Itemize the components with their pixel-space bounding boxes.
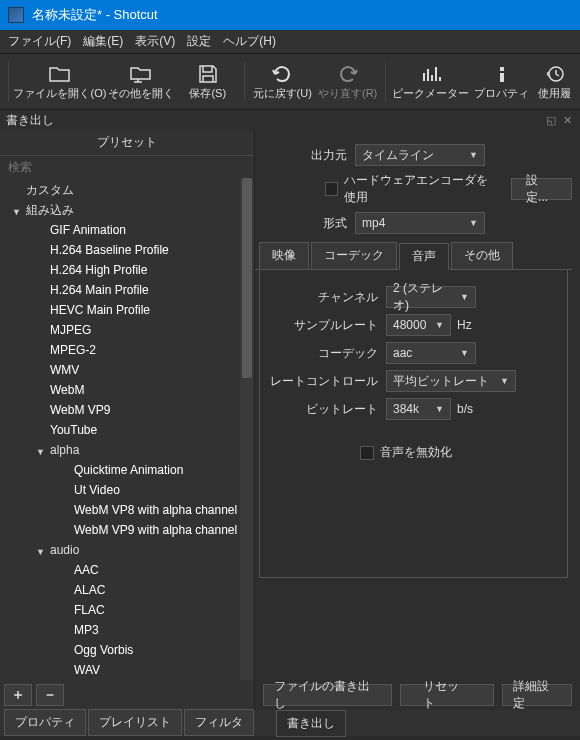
preset-tree: カスタム 組み込み GIF Animation H.264 Baseline P…: [0, 178, 254, 680]
tab-codec[interactable]: コーデック: [311, 242, 397, 269]
tree-item[interactable]: WebM VP9 with alpha channel: [0, 520, 254, 540]
tree-item[interactable]: GIF Animation: [0, 220, 254, 240]
bottom-tab-properties[interactable]: プロパティ: [4, 709, 86, 736]
tree-item[interactable]: MP3: [0, 620, 254, 640]
samplerate-select[interactable]: 48000 ▼: [386, 314, 451, 336]
panel-title: 書き出し: [6, 112, 54, 129]
preset-header: プリセット: [0, 130, 254, 156]
bottom-tab-playlist[interactable]: プレイリスト: [88, 709, 182, 736]
hw-encoder-checkbox[interactable]: [325, 182, 338, 196]
save-button[interactable]: 保存(S): [178, 57, 238, 107]
bottom-tab-filter[interactable]: フィルタ: [184, 709, 254, 736]
toolbar-divider: [244, 62, 245, 102]
export-file-button[interactable]: ファイルの書き出し: [263, 684, 392, 706]
tree-item[interactable]: WebM VP8 with alpha channel: [0, 500, 254, 520]
format-label: 形式: [255, 215, 347, 232]
ratecontrol-select[interactable]: 平均ビットレート ▼: [386, 370, 516, 392]
menu-view[interactable]: 表示(V): [135, 33, 175, 50]
tree-item[interactable]: MJPEG: [0, 320, 254, 340]
chevron-down-icon: ▼: [500, 376, 509, 386]
bitrate-label: ビットレート: [260, 401, 378, 418]
bitrate-unit: b/s: [457, 402, 473, 416]
disable-audio-checkbox[interactable]: [360, 446, 374, 460]
channel-select[interactable]: 2 (ステレオ) ▼: [386, 286, 476, 308]
tree-item[interactable]: HEVC Main Profile: [0, 300, 254, 320]
open-file-button[interactable]: ファイルを開く(O): [15, 57, 105, 107]
export-panel-header: 書き出し ◱ ✕: [0, 110, 580, 130]
advanced-button[interactable]: 詳細設定: [502, 684, 572, 706]
audio-codec-select[interactable]: aac ▼: [386, 342, 476, 364]
chevron-down-icon: ▼: [469, 218, 478, 228]
tree-item[interactable]: WebM VP9: [0, 400, 254, 420]
history-button[interactable]: 使用履: [534, 57, 576, 107]
preset-panel: プリセット カスタム 組み込み GIF Animation H.264 Base…: [0, 130, 255, 710]
ratecontrol-label: レートコントロール: [260, 373, 378, 390]
menu-help[interactable]: ヘルプ(H): [223, 33, 276, 50]
search-input[interactable]: [4, 158, 250, 176]
tree-item[interactable]: Ut Video: [0, 480, 254, 500]
reset-button[interactable]: リセット: [400, 684, 494, 706]
toolbar: ファイルを開く(O) その他を開く 保存(S) 元に戻す(U) やり直す(R) …: [0, 54, 580, 110]
hw-encoder-label: ハードウェアエンコーダを使用: [344, 172, 497, 206]
tree-group-audio[interactable]: audio: [0, 540, 254, 560]
chevron-down-icon: ▼: [435, 404, 444, 414]
redo-button[interactable]: やり直す(R): [316, 57, 379, 107]
tree-item[interactable]: WAV: [0, 660, 254, 680]
chevron-down-icon: ▼: [460, 292, 469, 302]
chevron-down-icon: ▼: [469, 150, 478, 160]
undo-icon: [271, 62, 293, 86]
tree-item[interactable]: ALAC: [0, 580, 254, 600]
panel-close-icon[interactable]: ✕: [560, 113, 574, 127]
tab-video[interactable]: 映像: [259, 242, 309, 269]
bitrate-select[interactable]: 384k ▼: [386, 398, 451, 420]
menu-file[interactable]: ファイル(F): [8, 33, 71, 50]
tree-item[interactable]: MPEG-2: [0, 340, 254, 360]
menu-edit[interactable]: 編集(E): [83, 33, 123, 50]
output-source-label: 出力元: [255, 147, 347, 164]
export-settings-panel: 出力元 タイムライン ▼ ハードウェアエンコーダを使用 設定... 形式 mp4…: [255, 130, 580, 710]
tree-item[interactable]: Ogg Vorbis: [0, 640, 254, 660]
info-icon: [493, 62, 511, 86]
window-title: 名称未設定* - Shotcut: [32, 6, 158, 24]
format-select[interactable]: mp4 ▼: [355, 212, 485, 234]
folder-network-icon: [130, 62, 152, 86]
tree-item[interactable]: FLAC: [0, 600, 254, 620]
disable-audio-label: 音声を無効化: [380, 444, 452, 461]
menubar: ファイル(F) 編集(E) 表示(V) 設定 ヘルプ(H): [0, 30, 580, 54]
menu-settings[interactable]: 設定: [187, 33, 211, 50]
app-icon: [8, 7, 24, 23]
undo-button[interactable]: 元に戻す(U): [251, 57, 314, 107]
tree-item-builtin[interactable]: 組み込み: [0, 200, 254, 220]
tree-item[interactable]: H.264 High Profile: [0, 260, 254, 280]
chevron-down-icon: ▼: [435, 320, 444, 330]
tree-item[interactable]: WebM: [0, 380, 254, 400]
folder-open-icon: [49, 62, 71, 86]
tree-group-alpha[interactable]: alpha: [0, 440, 254, 460]
tree-item[interactable]: WMV: [0, 360, 254, 380]
channel-label: チャンネル: [260, 289, 378, 306]
toolbar-divider: [385, 62, 386, 102]
bottom-tab-export[interactable]: 書き出し: [276, 710, 346, 737]
window-titlebar: 名称未設定* - Shotcut: [0, 0, 580, 30]
tab-other[interactable]: その他: [451, 242, 513, 269]
preset-add-button[interactable]: ＋: [4, 684, 32, 706]
preset-remove-button[interactable]: －: [36, 684, 64, 706]
tree-item[interactable]: H.264 Main Profile: [0, 280, 254, 300]
svg-rect-0: [500, 67, 504, 71]
tree-item[interactable]: YouTube: [0, 420, 254, 440]
tab-audio[interactable]: 音声: [399, 243, 449, 270]
open-other-button[interactable]: その他を開く: [107, 57, 176, 107]
toolbar-divider: [8, 62, 9, 102]
panel-undock-icon[interactable]: ◱: [544, 113, 558, 127]
tree-scrollbar[interactable]: [240, 178, 254, 680]
history-icon: [545, 62, 565, 86]
hw-configure-button[interactable]: 設定...: [511, 178, 572, 200]
properties-button[interactable]: プロパティ: [472, 57, 532, 107]
tree-item-custom[interactable]: カスタム: [0, 180, 254, 200]
output-source-select[interactable]: タイムライン ▼: [355, 144, 485, 166]
tree-item[interactable]: Quicktime Animation: [0, 460, 254, 480]
tree-item[interactable]: AAC: [0, 560, 254, 580]
tree-item[interactable]: H.264 Baseline Profile: [0, 240, 254, 260]
peak-meter-button[interactable]: ピークメーター: [392, 57, 470, 107]
chevron-down-icon: ▼: [460, 348, 469, 358]
